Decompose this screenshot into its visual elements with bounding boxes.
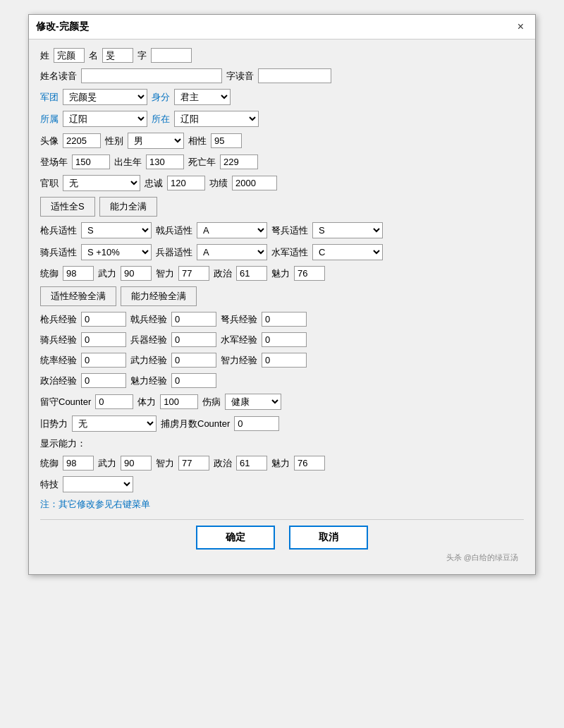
exp-all-s-button[interactable]: 适性经验全满 — [40, 286, 116, 306]
title-bar: 修改-完颜旻 × — [29, 15, 535, 40]
intel-input[interactable] — [178, 266, 209, 281]
location-select[interactable]: 辽阳 — [174, 111, 259, 127]
gender-label: 性别 — [105, 135, 123, 147]
row-counter: 留守Counter 体力 伤病 健康 轻伤 重伤 — [40, 394, 524, 410]
charm-label: 魅力 — [271, 267, 290, 280]
compatibility-label: 相性 — [188, 135, 207, 147]
reading-input[interactable] — [81, 68, 222, 83]
portrait-label: 头像 — [40, 135, 59, 147]
skill-select[interactable] — [63, 476, 133, 492]
bow-exp-label: 弩兵经验 — [221, 313, 257, 326]
display-force-input[interactable] — [121, 456, 152, 471]
gun-apt-select[interactable]: SABC — [81, 222, 152, 238]
row-exp-buttons: 适性经验全满 能力经验全满 — [40, 286, 524, 306]
intel-exp-input[interactable] — [262, 353, 307, 368]
close-button[interactable]: × — [513, 19, 528, 35]
intel-label: 智力 — [156, 267, 174, 280]
politics-input[interactable] — [236, 266, 267, 281]
cav-exp-input[interactable] — [171, 312, 216, 327]
injury-select[interactable]: 健康 轻伤 重伤 — [225, 394, 281, 410]
char-reading-input[interactable] — [258, 68, 331, 83]
row-skill: 特技 — [40, 476, 524, 492]
display-pol-input[interactable] — [236, 456, 267, 471]
army-select[interactable]: 完颜旻 — [63, 89, 147, 105]
row-reading: 姓名读音 字读音 — [40, 68, 524, 83]
last-name-input[interactable] — [54, 48, 85, 63]
horse-exp-input[interactable] — [81, 332, 126, 347]
row-years: 登场年 出生年 死亡年 — [40, 154, 524, 169]
stamina-input[interactable] — [160, 394, 198, 409]
death-year-label: 死亡年 — [188, 156, 216, 169]
horse-apt-select[interactable]: S +10%SAB — [81, 244, 152, 260]
row-portrait: 头像 性别 男 女 相性 — [40, 133, 524, 149]
counter-label: 留守Counter — [40, 396, 91, 408]
gender-select[interactable]: 男 女 — [128, 133, 184, 149]
loyalty-input[interactable] — [167, 176, 205, 190]
portrait-input[interactable] — [63, 133, 101, 148]
cancel-button[interactable]: 取消 — [289, 526, 368, 550]
identity-label: 身分 — [152, 91, 170, 104]
bow-apt-select[interactable]: SABC — [312, 222, 383, 238]
hunt-input[interactable] — [234, 416, 279, 431]
weapon-exp-input[interactable] — [171, 332, 216, 347]
gun-apt-label: 枪兵适性 — [40, 224, 77, 237]
debut-year-input[interactable] — [72, 154, 110, 169]
bow-exp-input[interactable] — [262, 312, 307, 327]
courtesy-name-input[interactable] — [151, 48, 192, 63]
all-full-button[interactable]: 能力全满 — [99, 197, 157, 217]
row-apt1: 枪兵适性 SABC 戟兵适性 ASBC 弩兵适性 SABC — [40, 222, 524, 238]
navy-apt-select[interactable]: CSAB — [312, 244, 383, 260]
display-intel-input[interactable] — [178, 456, 209, 471]
office-select[interactable]: 无 — [63, 175, 140, 191]
stamina-label: 体力 — [137, 396, 156, 408]
cavalry-apt-select[interactable]: ASBC — [197, 222, 267, 238]
counter-input[interactable] — [95, 394, 133, 409]
force-exp-input[interactable] — [171, 353, 216, 368]
army-label: 军团 — [40, 91, 59, 104]
navy-exp-input[interactable] — [262, 332, 307, 347]
intel-exp-label: 智力经验 — [221, 354, 257, 367]
compatibility-input[interactable] — [211, 133, 242, 148]
note-text: 注：其它修改参见右键菜单 — [40, 498, 150, 511]
charm-exp-input[interactable] — [171, 373, 216, 388]
force-input[interactable] — [121, 266, 152, 281]
force-exp-label: 武力经验 — [130, 354, 167, 367]
watermark-text: 头杀 @白给的绿豆汤 — [446, 553, 518, 562]
weapon-apt-label: 兵器适性 — [156, 246, 192, 259]
force-label: 武力 — [98, 267, 116, 280]
identity-select[interactable]: 君主 — [174, 89, 231, 105]
row-exp1: 枪兵经验 戟兵经验 弩兵经验 — [40, 312, 524, 327]
injury-label: 伤病 — [202, 396, 221, 408]
old-power-select[interactable]: 无 — [72, 415, 157, 432]
display-cmd-input[interactable] — [63, 456, 94, 471]
belong-select[interactable]: 辽阳 — [63, 111, 147, 127]
weapon-apt-select[interactable]: ASBC — [197, 244, 267, 260]
confirm-button[interactable]: 确定 — [196, 526, 275, 550]
merit-input[interactable] — [232, 176, 277, 190]
row-office: 官职 无 忠诚 功绩 — [40, 175, 524, 191]
command-input[interactable] — [63, 266, 94, 281]
birth-year-input[interactable] — [146, 154, 184, 169]
skill-label: 特技 — [40, 478, 59, 491]
row-note: 注：其它修改参见右键菜单 — [40, 498, 524, 511]
row-name: 姓 名 字 — [40, 48, 524, 63]
birth-year-label: 出生年 — [114, 156, 142, 169]
pol-exp-label: 政治经验 — [40, 375, 77, 387]
old-power-label: 旧势力 — [40, 418, 68, 430]
cmd-exp-input[interactable] — [81, 353, 126, 368]
horse-apt-label: 骑兵适性 — [40, 246, 77, 259]
cav-exp-label: 戟兵经验 — [130, 313, 167, 326]
all-s-button[interactable]: 适性全S — [40, 197, 95, 217]
exp-all-full-button[interactable]: 能力经验全满 — [121, 286, 197, 306]
gun-exp-input[interactable] — [81, 312, 126, 327]
first-name-input[interactable] — [102, 48, 133, 63]
horse-exp-label: 骑兵经验 — [40, 334, 77, 346]
pol-exp-input[interactable] — [81, 373, 126, 388]
display-charm-input[interactable] — [294, 456, 325, 471]
cmd-exp-label: 统率经验 — [40, 354, 77, 367]
death-year-input[interactable] — [220, 154, 258, 169]
char-reading-label: 字读音 — [226, 70, 254, 83]
gun-exp-label: 枪兵经验 — [40, 313, 77, 326]
charm-input[interactable] — [294, 266, 325, 281]
courtesy-name-label: 字 — [137, 49, 147, 62]
